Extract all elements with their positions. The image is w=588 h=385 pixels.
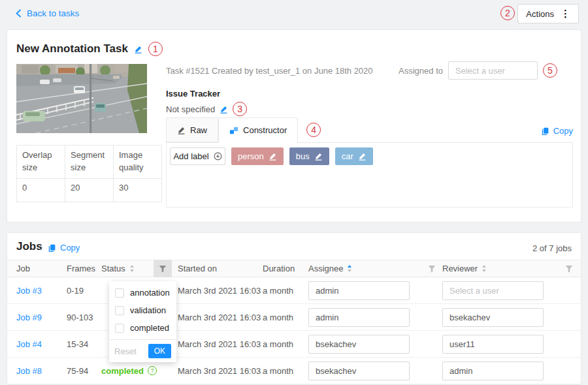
- assignee-filter-icon[interactable]: [423, 260, 441, 277]
- col-job: Job: [7, 264, 67, 273]
- kebab-menu-icon: ⋮: [561, 8, 570, 20]
- label-chip-car[interactable]: car: [335, 147, 373, 165]
- param-header-overlap: Overlap size: [17, 146, 65, 179]
- edit-label-icon[interactable]: [358, 152, 367, 161]
- annotation-circle-4: 4: [306, 123, 321, 137]
- actions-button[interactable]: Actions ⋮: [517, 4, 579, 23]
- col-reviewer[interactable]: Reviewer: [442, 264, 557, 273]
- filter-option-annotation-label: annotation: [130, 288, 170, 298]
- table-row: Job #8 75-94 completed ? March 3rd 2021 …: [7, 358, 581, 384]
- copy-icon: [541, 127, 549, 136]
- frames-cell: 15-34: [67, 339, 101, 349]
- assignee-input[interactable]: [308, 281, 410, 300]
- reviewer-filter-icon[interactable]: [560, 260, 578, 277]
- add-label-button[interactable]: Add label: [170, 147, 225, 165]
- status-filter-dropdown: annotation validation completed Reset OK: [109, 281, 176, 362]
- col-assignee-label: Assignee: [308, 264, 343, 273]
- copy-labels-link[interactable]: Copy: [541, 126, 573, 136]
- filter-option-completed-label: completed: [130, 323, 169, 333]
- reviewer-input[interactable]: [442, 362, 544, 380]
- back-to-tasks-label: Back to tasks: [27, 8, 79, 18]
- jobs-table-header: Job Frames Status Started on Duration As…: [7, 260, 581, 277]
- filter-ok-button[interactable]: OK: [148, 344, 171, 358]
- param-value-segment: 20: [65, 178, 114, 202]
- assignee-input[interactable]: [308, 335, 410, 354]
- edit-title-icon[interactable]: [134, 45, 142, 54]
- status-completed-text: completed: [101, 366, 144, 376]
- param-value-overlap: 0: [17, 178, 65, 202]
- param-value-quality: 30: [114, 178, 162, 202]
- filter-option-annotation[interactable]: annotation: [109, 284, 176, 301]
- issue-tracker-value: Not specified: [166, 104, 215, 114]
- assigned-to-input[interactable]: [448, 61, 538, 80]
- tab-raw-label: Raw: [190, 125, 207, 135]
- param-header-segment: Segment size: [65, 146, 114, 179]
- label-chip-car-text: car: [342, 151, 353, 161]
- annotation-circle-2: 2: [500, 6, 515, 20]
- job-link[interactable]: Job #8: [16, 366, 42, 376]
- plus-circle-icon: [214, 152, 222, 161]
- col-assignee[interactable]: Assignee: [308, 264, 423, 273]
- labels-tabbar: Raw Constructor 4 Copy: [166, 118, 573, 143]
- label-chip-bus[interactable]: bus: [289, 147, 329, 165]
- actions-label: Actions: [526, 9, 554, 19]
- col-frames: Frames: [67, 264, 101, 273]
- assignee-sort-icon[interactable]: [348, 265, 351, 272]
- col-status[interactable]: Status: [101, 264, 154, 273]
- chevron-left-icon: [16, 9, 22, 18]
- status-filter-icon[interactable]: [154, 260, 172, 277]
- copy-labels-label: Copy: [553, 126, 573, 136]
- col-duration: Duration: [263, 264, 308, 273]
- tab-raw[interactable]: Raw: [166, 117, 218, 142]
- label-chip-bus-text: bus: [296, 151, 310, 161]
- job-link[interactable]: Job #3: [16, 286, 42, 296]
- table-row: Job #9 90-103 March 3rd 2021 16:03 a mon…: [7, 304, 581, 331]
- started-cell: March 3rd 2021 16:03: [178, 366, 263, 376]
- reviewer-input[interactable]: [442, 308, 544, 327]
- frames-cell: 0-19: [67, 286, 101, 296]
- label-chip-person[interactable]: person: [231, 147, 284, 165]
- assignee-input[interactable]: [308, 308, 410, 327]
- status-cell: completed ?: [101, 366, 154, 376]
- annotation-circle-5: 5: [543, 63, 557, 78]
- frames-cell: 75-94: [67, 366, 101, 376]
- jobs-card: Jobs Copy 2 of 7 jobs Job Frames Status …: [7, 232, 581, 385]
- edit-issue-tracker-icon[interactable]: [220, 105, 228, 114]
- status-sort-icon[interactable]: [130, 265, 134, 272]
- table-row: Job #3 0-19 March 3rd 2021 16:03 a month: [7, 277, 581, 304]
- duration-cell: a month: [263, 313, 308, 322]
- table-row: Job #4 15-34 March 3rd 2021 16:03 a mont…: [7, 331, 581, 358]
- col-status-label: Status: [101, 264, 125, 273]
- edit-label-icon[interactable]: [269, 152, 277, 161]
- copy-jobs-label: Copy: [60, 243, 80, 253]
- task-preview-image: [16, 64, 147, 133]
- col-started-on: Started on: [178, 264, 263, 273]
- copy-jobs-link[interactable]: Copy: [48, 243, 80, 253]
- task-title: New Annotation Task: [16, 42, 128, 55]
- tab-constructor[interactable]: Constructor: [218, 117, 298, 143]
- jobs-title: Jobs: [16, 240, 42, 253]
- reviewer-input[interactable]: [442, 335, 544, 354]
- issue-tracker-label: Issue Tracker: [166, 89, 220, 99]
- add-label-text: Add label: [173, 151, 208, 161]
- started-cell: March 3rd 2021 16:03: [178, 286, 263, 296]
- label-chip-person-text: person: [238, 151, 264, 161]
- checkbox[interactable]: [115, 306, 124, 315]
- tab-constructor-label: Constructor: [243, 125, 287, 135]
- blocks-icon: [229, 126, 238, 135]
- filter-option-validation[interactable]: validation: [109, 301, 176, 319]
- param-header-quality: Image quality: [114, 146, 162, 179]
- checkbox[interactable]: [115, 324, 124, 333]
- reviewer-sort-icon[interactable]: [482, 265, 486, 272]
- edit-label-icon[interactable]: [314, 152, 323, 161]
- job-link[interactable]: Job #9: [16, 313, 42, 322]
- filter-reset-button[interactable]: Reset: [114, 346, 137, 356]
- assignee-input[interactable]: [308, 362, 410, 380]
- reviewer-input[interactable]: [442, 281, 544, 300]
- filter-option-completed[interactable]: completed: [109, 319, 176, 337]
- label-constructor-panel: Add label person bus car: [166, 143, 573, 208]
- job-link[interactable]: Job #4: [16, 339, 42, 349]
- task-params-table: Overlap size Segment size Image quality …: [16, 145, 162, 202]
- checkbox[interactable]: [115, 288, 124, 298]
- back-to-tasks-link[interactable]: Back to tasks: [16, 8, 79, 18]
